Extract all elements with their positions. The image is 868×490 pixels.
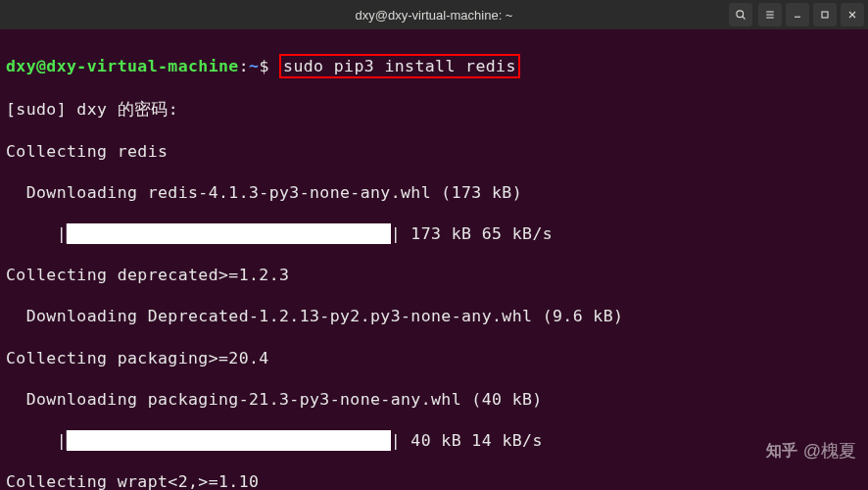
menu-button[interactable] [758, 3, 782, 26]
minimize-icon [792, 9, 803, 21]
output-line: Downloading redis-4.1.3-py3-none-any.whl… [6, 182, 862, 203]
progress-bar: ████████████████████████████████ [67, 223, 391, 244]
svg-point-0 [737, 11, 744, 18]
window-title: dxy@dxy-virtual-machine: ~ [356, 8, 513, 23]
output-line: Downloading Deprecated-1.2.13-py2.py3-no… [6, 306, 862, 326]
search-icon [735, 9, 747, 21]
prompt-host: dxy-virtual-machine [46, 57, 238, 75]
window-controls [729, 3, 864, 26]
titlebar: dxy@dxy-virtual-machine: ~ [0, 0, 868, 29]
output-line: Downloading packaging-21.3-py3-none-any.… [6, 389, 862, 410]
close-button[interactable] [841, 3, 864, 26]
minimize-button[interactable] [786, 3, 809, 26]
output-line: [sudo] dxy 的密码: [6, 99, 862, 120]
prompt-line-1: dxy@dxy-virtual-machine:~$ sudo pip3 ins… [6, 54, 862, 78]
output-line: Collecting wrapt<2,>=1.10 [6, 471, 862, 490]
progress-bar: ████████████████████████████████ [67, 430, 391, 451]
output-line: Collecting packaging>=20.4 [6, 348, 862, 368]
progress-line: |████████████████████████████████| 173 k… [6, 223, 862, 244]
close-icon [846, 9, 858, 21]
command-highlighted: sudo pip3 install redis [279, 54, 520, 78]
search-button[interactable] [729, 3, 752, 26]
terminal-output[interactable]: dxy@dxy-virtual-machine:~$ sudo pip3 ins… [0, 29, 868, 490]
hamburger-icon [764, 9, 776, 21]
prompt-user: dxy [6, 57, 36, 75]
prompt-path: ~ [249, 57, 259, 75]
svg-line-1 [743, 17, 746, 20]
output-line: Collecting redis [6, 141, 862, 162]
maximize-button[interactable] [813, 3, 837, 26]
output-line: Collecting deprecated>=1.2.3 [6, 265, 862, 285]
maximize-icon [819, 9, 831, 21]
progress-line: |████████████████████████████████| 40 kB… [6, 430, 862, 451]
svg-rect-6 [822, 12, 828, 18]
